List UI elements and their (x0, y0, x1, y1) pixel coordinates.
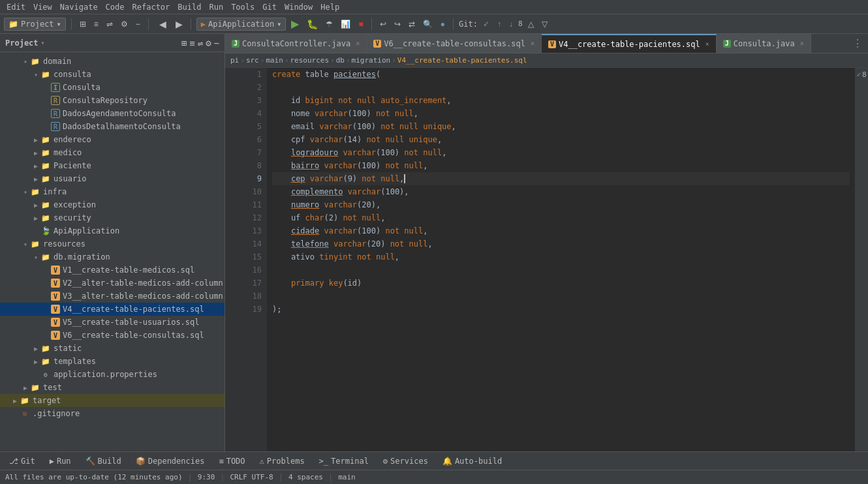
layout-btn-2[interactable]: ≡ (91, 18, 101, 30)
user-btn[interactable]: ● (438, 18, 448, 30)
translate-btn[interactable]: ⇄ (406, 18, 418, 30)
layout-btn-3[interactable]: ⇌ (104, 18, 116, 30)
tree-item-endereco[interactable]: ▶ 📁 endereco (0, 133, 225, 146)
status-branch[interactable]: main (338, 473, 356, 481)
back-btn[interactable]: ◀ (157, 18, 169, 31)
tree-item-dados-agendamento[interactable]: R DadosAgendamentoConsulta (0, 107, 225, 120)
breadcrumb-resources[interactable]: resources (290, 56, 330, 65)
sidebar-icon-1[interactable]: ⊞ (181, 38, 187, 48)
tree-item-consulta-repo[interactable]: R ConsultaRepository (0, 94, 225, 107)
tree-item-exception[interactable]: ▶ 📁 exception (0, 198, 225, 211)
tree-item-target[interactable]: ▶ 📁 target (0, 394, 225, 407)
breadcrumb-main[interactable]: main (266, 56, 283, 65)
tab-overflow-menu[interactable]: ⋮ (847, 37, 868, 50)
tree-item-v2-sql[interactable]: V V2__alter-table-medicos-add-column-t (0, 277, 225, 290)
breadcrumb-migration[interactable]: migration (352, 56, 391, 65)
api-application-dropdown[interactable]: ▶ ApiApplication ▾ (196, 18, 287, 31)
menu-refactor[interactable]: Refactor (129, 3, 174, 12)
menu-help[interactable]: Help (317, 3, 343, 12)
breadcrumb-filename[interactable]: V4__create-table-pacientes.sql (397, 56, 527, 65)
bottom-tab-services[interactable]: ⚙ Services (377, 452, 435, 470)
tree-item-test[interactable]: ▶ 📁 test (0, 381, 225, 394)
undo-btn[interactable]: ↩ (377, 18, 389, 30)
tree-item-templates[interactable]: ▶ 📁 templates (0, 355, 225, 368)
tree-item-v5-sql[interactable]: V V5__create-table-usuarios.sql (0, 316, 225, 329)
bottom-tab-run[interactable]: ▶ Run (43, 452, 78, 470)
tree-item-paciente[interactable]: ▶ 📁 Paciente (0, 159, 225, 172)
menu-edit[interactable]: Edit (3, 3, 29, 12)
tree-item-consulta[interactable]: ▾ 📁 consulta (0, 68, 225, 81)
debug-button[interactable]: 🐛 (304, 18, 320, 31)
tree-item-consulta-java[interactable]: I Consulta (0, 81, 225, 94)
menu-run[interactable]: Run (205, 3, 227, 12)
menu-view[interactable]: View (29, 3, 56, 12)
sidebar-icon-3[interactable]: ⇌ (198, 38, 203, 48)
git-check-btn[interactable]: ✓ (480, 18, 492, 30)
tab-consulta-java[interactable]: J Consulta.java × (717, 34, 811, 53)
coverage-button[interactable]: ☂ (323, 18, 335, 30)
tab-close-consulta-controller[interactable]: × (356, 40, 360, 47)
tab-close-consulta-java[interactable]: × (800, 40, 804, 47)
breadcrumb-src[interactable]: src (246, 56, 259, 65)
bottom-tab-terminal[interactable]: >_ Terminal (313, 452, 375, 470)
tab-close-v4-sql[interactable]: × (705, 40, 709, 48)
menu-window[interactable]: Window (281, 3, 317, 12)
tree-item-static[interactable]: ▶ 📁 static (0, 342, 225, 355)
breadcrumb-db[interactable]: db (336, 56, 345, 65)
tree-item-resources[interactable]: ▾ 📁 resources (0, 237, 225, 250)
status-line-col[interactable]: 9:30 (198, 473, 215, 481)
forward-btn[interactable]: ▶ (173, 18, 185, 31)
menu-git[interactable]: Git (258, 3, 281, 12)
menu-code[interactable]: Code (102, 3, 129, 12)
bottom-tab-problems[interactable]: ⚠ Problems (253, 452, 311, 470)
tab-consulta-controller[interactable]: J ConsultaController.java × (225, 34, 367, 53)
tree-item-dados-detalhamento[interactable]: R DadosDetalhamentoConsulta (0, 120, 225, 133)
tree-item-gitignore[interactable]: ⎋ .gitignore (0, 407, 225, 420)
profile-button[interactable]: 📊 (338, 18, 353, 30)
collapse-btn[interactable]: − (133, 18, 143, 30)
status-encoding[interactable]: CRLF UTF-8 (230, 473, 273, 481)
search-btn[interactable]: 🔍 (420, 18, 435, 30)
sidebar-icon-5[interactable]: − (214, 38, 219, 48)
tab-v4-sql[interactable]: V V4__create-table-pacientes.sql × (542, 34, 717, 53)
sidebar-icon-2[interactable]: ≡ (189, 38, 194, 48)
tree-item-usuario[interactable]: ▶ 📁 usuario (0, 172, 225, 185)
run-button[interactable]: ▶ (288, 16, 302, 31)
tree-item-v6-sql[interactable]: V V6__create-table-consultas.sql (0, 329, 225, 342)
bottom-tab-todo[interactable]: ≡ TODO (212, 452, 251, 470)
tree-item-medico[interactable]: ▶ 📁 medico (0, 146, 225, 159)
sidebar-icon-4[interactable]: ⚙ (206, 38, 211, 48)
stop-button[interactable]: ■ (356, 18, 365, 30)
code-editor[interactable]: create table pacientes( id bigint not nu… (267, 68, 855, 451)
tree-item-v4-sql[interactable]: V V4__create-table-pacientes.sql (0, 303, 225, 316)
tab-close-v6-sql[interactable]: × (531, 40, 535, 47)
project-dropdown[interactable]: 📁 Project ▾ (4, 18, 66, 31)
tree-item-domain[interactable]: ▾ 📁 domain (0, 55, 225, 68)
tree-item-infra[interactable]: ▾ 📁 infra (0, 185, 225, 198)
breadcrumb-pi[interactable]: pi (230, 56, 239, 65)
menu-build[interactable]: Build (174, 3, 205, 12)
layout-btn-1[interactable]: ⊞ (77, 18, 89, 30)
bottom-tab-autobuild[interactable]: 🔔 Auto-build (436, 452, 508, 470)
git-up-arrow[interactable]: △ (525, 18, 536, 30)
tree-item-security[interactable]: ▶ 📁 security (0, 211, 225, 224)
tree-item-app-properties[interactable]: ⚙ application.properties (0, 368, 225, 381)
folder-icon-consulta: 📁 (40, 69, 51, 80)
git-pull-btn[interactable]: ↓ (506, 18, 516, 30)
bottom-tab-git[interactable]: ⎇ Git (3, 452, 42, 470)
redo-btn[interactable]: ↪ (392, 18, 403, 30)
tree-item-v1-sql[interactable]: V V1__create-table-medicos.sql (0, 264, 225, 277)
git-down-arrow[interactable]: ▽ (539, 18, 550, 30)
menu-navigate[interactable]: Navigate (56, 3, 102, 12)
tree-item-db-migration[interactable]: ▾ 📁 db.migration (0, 250, 225, 264)
tree-item-api-application[interactable]: 🍃 ApiApplication (0, 224, 225, 237)
tab-v6-sql[interactable]: V V6__create-table-consultas.sql × (367, 34, 542, 53)
status-indent[interactable]: 4 spaces (288, 473, 323, 481)
git-push-btn[interactable]: ↑ (495, 18, 504, 30)
sidebar-dropdown-arrow[interactable]: ▾ (41, 39, 45, 46)
bottom-tab-dependencies[interactable]: 📦 Dependencies (129, 452, 211, 470)
menu-tools[interactable]: Tools (227, 3, 258, 12)
bottom-tab-build[interactable]: 🔨 Build (79, 452, 128, 470)
tree-item-v3-sql[interactable]: V V3__alter-table-medicos-add-column-a (0, 290, 225, 303)
settings-btn[interactable]: ⚙ (118, 18, 131, 30)
